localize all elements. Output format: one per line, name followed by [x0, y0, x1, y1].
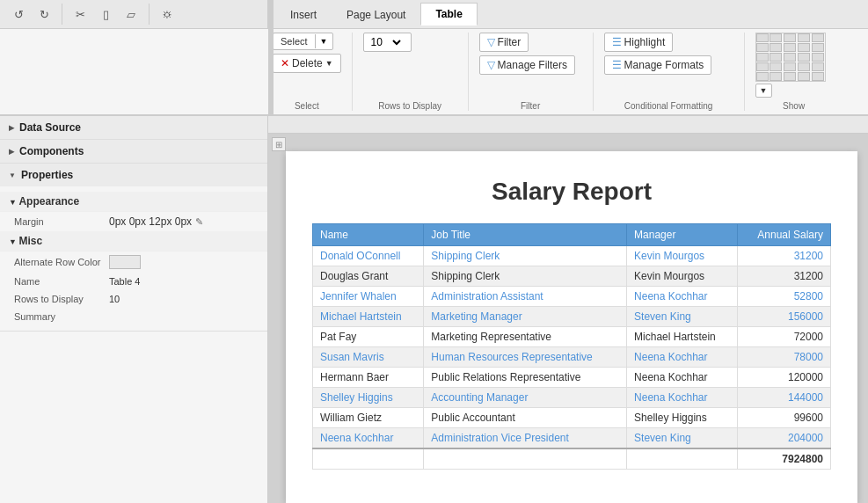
delete-row: ✕ Delete ▼: [273, 54, 341, 73]
table-cell: Shipping Clerk: [424, 266, 627, 287]
table-cell: Steven King: [627, 428, 738, 449]
summary-row: 7924800: [313, 448, 831, 470]
table-row: Pat FayMarketing RepresentativeMichael H…: [313, 327, 831, 347]
manage-formats-button[interactable]: ☰ Manage Formats: [604, 55, 712, 75]
table-cell: Administration Vice President: [424, 428, 627, 449]
conditional-group-label: Conditional Formatting: [604, 98, 733, 111]
manage-formats-label: Manage Formats: [624, 59, 704, 71]
show-cell-5: [756, 43, 769, 52]
table-cell: 156000: [738, 307, 831, 327]
table-cell: Donald OConnell: [313, 246, 424, 266]
table-cell: 78000: [738, 347, 831, 368]
conditional-group-content: ☰ Highlight ☰ Manage Formats: [604, 33, 733, 98]
col-salary: Annual Salary: [738, 224, 831, 246]
margin-text: 0px 0px 12px 0px: [109, 215, 192, 228]
col-name: Name: [313, 224, 424, 246]
show-group-content: for(let i=0;i<25;i++) document.write('<d…: [755, 33, 833, 82]
select-group-label: Select: [273, 98, 341, 111]
rows-select[interactable]: 10 10 25 50: [363, 33, 412, 52]
manage-formats-row: ☰ Manage Formats: [604, 55, 733, 75]
tab-page-layout[interactable]: Page Layout: [332, 4, 420, 26]
show-cell-9: [812, 43, 824, 52]
tab-table[interactable]: Table: [420, 3, 477, 26]
canvas-area[interactable]: const marks = [50,100,150,200,250,300,35…: [268, 116, 868, 503]
table-row: Hermann BaerPublic Relations Representat…: [313, 368, 831, 388]
filter-group: ▽ Filter ▽ Manage Filters Filter: [479, 33, 594, 111]
manage-filters-icon: ▽: [487, 59, 495, 71]
table-cell: Neena Kochhar: [313, 428, 424, 449]
page-corner-icon: ⊞: [272, 137, 286, 151]
tab-insert[interactable]: Insert: [275, 4, 332, 26]
show-cell-13: [798, 53, 810, 62]
paste-button[interactable]: ▱: [120, 4, 142, 25]
table-cell: Human Resources Representative: [424, 347, 627, 368]
redo-button[interactable]: ↻: [33, 4, 55, 25]
show-cell-11: [770, 53, 782, 62]
select-dropdown-arrow[interactable]: ▼: [315, 34, 332, 48]
delete-button[interactable]: ✕ Delete ▼: [273, 54, 341, 73]
margin-row: Margin 0px 0px 12px 0px ✎: [0, 212, 267, 231]
show-arrow-btn[interactable]: ▼: [755, 84, 772, 98]
cut-button[interactable]: ✂: [69, 4, 91, 25]
highlight-icon: ☰: [612, 36, 622, 48]
margin-edit-icon[interactable]: ✎: [195, 216, 203, 228]
show-cell-15: [756, 62, 769, 71]
table-cell: 144000: [738, 388, 831, 408]
conditional-group: ☰ Highlight ☰ Manage Formats Conditional…: [604, 33, 745, 111]
report-title: Salary Report: [312, 178, 831, 206]
color-swatch[interactable]: [109, 255, 141, 269]
table-cell: 52800: [738, 287, 831, 307]
data-source-header[interactable]: ▶ Data Source: [0, 116, 267, 139]
delete-icon: ✕: [281, 57, 289, 69]
manage-formats-icon: ☰: [612, 59, 622, 71]
properties-header[interactable]: ▼ Properties: [0, 164, 267, 186]
show-cell-10: [756, 53, 769, 62]
select-dropdown[interactable]: Select ▼: [273, 33, 333, 50]
rows-value: 10: [371, 36, 383, 48]
show-cell-7: [784, 43, 796, 52]
report-table: Name Job Title Manager Annual Salary Don…: [312, 223, 831, 470]
manage-filters-button[interactable]: ▽ Manage Filters: [479, 55, 575, 75]
svg-rect-0: [281, 116, 868, 134]
show-cell-16: [770, 62, 782, 71]
delete-arrow[interactable]: ▼: [325, 59, 333, 68]
page-wrapper: ⊞ Salary Report Name Job Title Manager A…: [286, 151, 857, 503]
highlight-button[interactable]: ☰ Highlight: [604, 33, 674, 52]
rows-group-label: Rows to Display: [363, 98, 457, 111]
rows-display-value: 10: [109, 294, 120, 304]
table-cell: Neena Kochhar: [627, 287, 738, 307]
undo-button[interactable]: ↺: [7, 4, 30, 25]
table-cell: Neena Kochhar: [627, 368, 738, 388]
rows-group: 10 10 25 50 Rows to Display: [363, 33, 469, 111]
delete-label: Delete: [292, 57, 323, 69]
table-cell: Michael Hartstein: [627, 327, 738, 347]
properties-content: ▼ Appearance Margin 0px 0px 12px 0px ✎ ▼…: [0, 186, 267, 331]
show-cell-22: [784, 72, 796, 81]
summary-cell: [627, 448, 738, 470]
rows-select-input[interactable]: 10 25 50: [386, 36, 404, 48]
show-cell-3: [798, 33, 810, 42]
show-cell-4: [812, 33, 824, 42]
main-area: ▶ Data Source ▶ Components ▼ Properties …: [0, 116, 868, 503]
misc-subsection: ▼ Misc: [0, 231, 267, 252]
options-button[interactable]: ⛭: [156, 4, 179, 25]
table-row: Donald OConnellShipping ClerkKevin Mourg…: [313, 246, 831, 266]
show-controls: ▼: [755, 84, 833, 98]
components-header[interactable]: ▶ Components: [0, 140, 267, 163]
show-cell-0: [756, 33, 769, 42]
show-cell-19: [812, 62, 824, 71]
ruler-svg: const marks = [50,100,150,200,250,300,35…: [281, 116, 868, 134]
components-arrow: ▶: [9, 148, 14, 156]
toolbar: ↺ ↻ ✂ ▯ ▱ ⛭ Insert Page Layout Table Sel…: [0, 0, 868, 116]
table-cell: Steven King: [627, 307, 738, 327]
summary-cell: 7924800: [738, 448, 831, 470]
filter-button[interactable]: ▽ Filter: [479, 33, 529, 52]
misc-arrow: ▼: [9, 237, 18, 246]
table-row: Douglas GrantShipping ClerkKevin Mourgos…: [313, 266, 831, 287]
show-cell-23: [798, 72, 810, 81]
copy-button[interactable]: ▯: [94, 4, 117, 25]
filter-group-content: ▽ Filter ▽ Manage Filters: [479, 33, 582, 98]
table-cell: William Gietz: [313, 408, 424, 428]
misc-label: Misc: [18, 235, 42, 247]
table-row: Michael HartsteinMarketing ManagerSteven…: [313, 307, 831, 327]
